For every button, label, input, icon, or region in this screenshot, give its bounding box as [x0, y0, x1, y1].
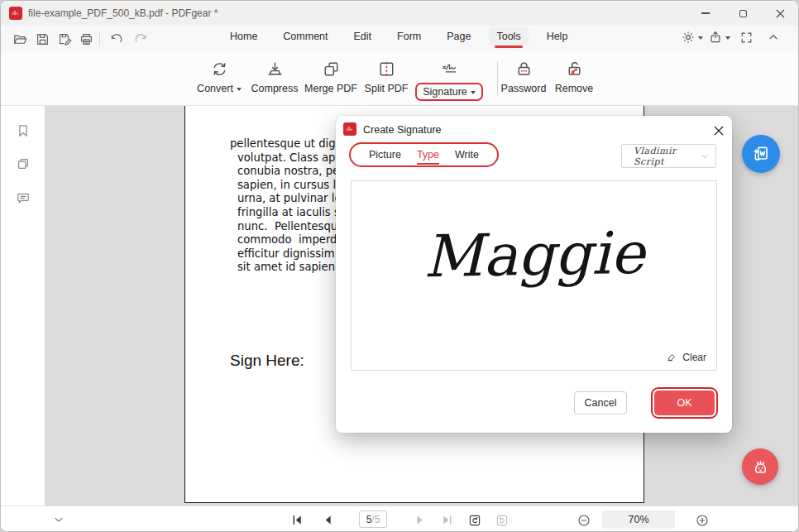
- chevron-down-icon: [52, 513, 65, 526]
- print-button[interactable]: [77, 30, 95, 48]
- chevron-down-icon: [471, 91, 476, 94]
- rotate-left-icon: [467, 513, 482, 528]
- convert-to-word-fab[interactable]: [742, 135, 780, 173]
- previous-page-button[interactable]: [320, 512, 336, 528]
- theme-button[interactable]: [681, 30, 703, 45]
- first-page-button[interactable]: [289, 512, 305, 528]
- collapse-sidebar-button[interactable]: [50, 511, 66, 527]
- pdfgear-logo-icon: [343, 122, 356, 136]
- menu-tools[interactable]: Tools: [489, 27, 528, 46]
- convert-icon: [210, 60, 229, 79]
- merge-pdf-button[interactable]: Merge PDF: [304, 60, 358, 94]
- zoom-value: 70%: [628, 514, 648, 525]
- menu-page[interactable]: Page: [439, 27, 478, 46]
- close-button[interactable]: [766, 1, 794, 26]
- maximize-button[interactable]: [729, 1, 757, 26]
- next-page-button[interactable]: [412, 512, 428, 528]
- tab-type[interactable]: Type: [417, 149, 439, 161]
- signature-preview-canvas: Maggie Clear: [351, 180, 717, 371]
- ok-label: OK: [677, 397, 691, 409]
- app-window: file-example_PDF_500_kB.pdf - PDFgear * …: [0, 0, 799, 532]
- comment-icon: [15, 189, 31, 206]
- font-selected-value: Vladimir Script: [634, 146, 701, 167]
- collapse-ribbon-button[interactable]: [763, 31, 784, 44]
- pdf-text-block: pellentesque ut dig volutpat. Class apt …: [230, 137, 342, 275]
- password-lock-icon: [514, 60, 533, 79]
- minimize-button[interactable]: [691, 1, 720, 26]
- remove-password-button[interactable]: Remove: [550, 60, 598, 94]
- menu-home[interactable]: Home: [222, 27, 265, 46]
- minimize-icon: [701, 12, 710, 13]
- font-select[interactable]: Vladimir Script: [621, 144, 716, 168]
- zoom-out-icon: [577, 513, 591, 528]
- menu-form[interactable]: Form: [390, 27, 428, 46]
- convert-button[interactable]: Convert: [194, 60, 244, 94]
- page-number-input[interactable]: 5/5: [359, 510, 387, 528]
- pdfgear-logo-icon: [9, 7, 22, 20]
- previous-page-icon: [321, 513, 335, 527]
- cancel-label: Cancel: [585, 397, 617, 409]
- close-icon: [714, 126, 724, 136]
- tab-picture[interactable]: Picture: [369, 149, 401, 161]
- open-folder-icon: [12, 31, 28, 47]
- divider: [99, 32, 100, 46]
- assistant-fab[interactable]: [742, 448, 778, 485]
- pdf-text-line: efficitur dignissim i: [237, 247, 342, 261]
- chevron-down-icon: [725, 36, 730, 40]
- chevron-down-icon: [237, 88, 242, 91]
- signature-button[interactable]: Signature: [414, 60, 484, 101]
- fullscreen-button[interactable]: [735, 31, 758, 45]
- next-page-icon: [413, 513, 427, 527]
- signature-highlight-annotation: Signature: [415, 83, 483, 101]
- ok-button[interactable]: OK: [654, 391, 715, 415]
- remove-label: Remove: [555, 83, 594, 94]
- last-page-button[interactable]: [439, 512, 455, 528]
- convert-label: Convert: [197, 83, 233, 94]
- save-as-button[interactable]: [55, 30, 74, 48]
- pdf-text-line: nunc. Pellentesqu: [237, 220, 342, 234]
- zoom-out-button[interactable]: [576, 512, 591, 528]
- save-button[interactable]: [33, 30, 51, 48]
- rotate-right-button[interactable]: [494, 512, 510, 528]
- menu-help[interactable]: Help: [539, 27, 576, 46]
- password-button[interactable]: Password: [499, 60, 548, 94]
- zoom-in-button[interactable]: [694, 512, 710, 528]
- pdf-text-line: fringilla at iaculis s: [237, 206, 342, 220]
- undo-button[interactable]: [107, 30, 125, 48]
- fullscreen-icon: [739, 31, 754, 45]
- share-button[interactable]: [708, 30, 730, 45]
- first-page-icon: [290, 513, 304, 527]
- redo-button[interactable]: [132, 30, 150, 48]
- ok-highlight-annotation: OK: [651, 387, 718, 419]
- menu-edit[interactable]: Edit: [347, 27, 380, 46]
- zoom-level-display[interactable]: 70%: [602, 510, 675, 529]
- tab-write[interactable]: Write: [455, 149, 479, 161]
- create-signature-dialog: Create Signature Picture Type Write Vlad…: [336, 116, 732, 433]
- clear-button[interactable]: Clear: [666, 351, 706, 363]
- dialog-close-button[interactable]: [711, 123, 726, 138]
- remove-unlock-icon: [565, 60, 584, 79]
- pages-icon: [15, 156, 31, 172]
- signature-text: Maggie: [351, 218, 716, 292]
- print-icon: [79, 31, 94, 47]
- left-sidebar: [1, 106, 45, 506]
- compress-label: Compress: [251, 83, 299, 94]
- comments-panel-button[interactable]: [13, 188, 33, 208]
- cancel-button[interactable]: Cancel: [574, 391, 627, 415]
- zoom-in-icon: [695, 513, 710, 528]
- open-file-button[interactable]: [11, 30, 29, 48]
- compress-button[interactable]: Compress: [249, 60, 300, 94]
- bookmarks-panel-button[interactable]: [13, 121, 33, 141]
- pdf-text-line: volutpat. Class apt: [237, 151, 342, 165]
- chevron-down-icon: [698, 36, 703, 40]
- divider: [497, 61, 498, 96]
- chevron-up-icon: [767, 31, 780, 44]
- theme-sun-icon: [681, 30, 696, 45]
- menu-comment[interactable]: Comment: [275, 27, 335, 46]
- compress-icon: [266, 60, 285, 79]
- window-title: file-example_PDF_500_kB.pdf - PDFgear *: [28, 7, 218, 19]
- split-pdf-button[interactable]: Split PDF: [360, 60, 413, 94]
- thumbnails-panel-button[interactable]: [13, 154, 33, 174]
- pdf-text-line: conubia nostra, pe: [237, 165, 342, 179]
- rotate-left-button[interactable]: [466, 512, 482, 528]
